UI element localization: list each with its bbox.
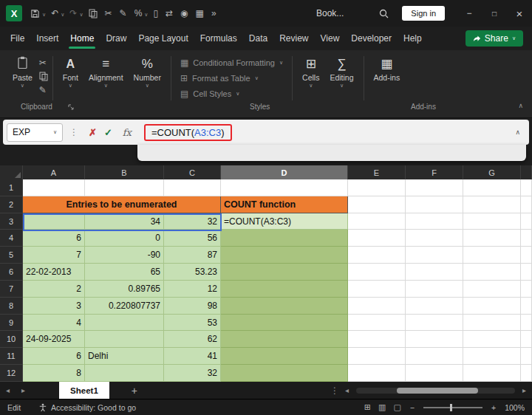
normal-view-icon[interactable]: ⊞ bbox=[364, 402, 371, 412]
cell-A4[interactable]: 6 bbox=[23, 230, 85, 247]
confirm-entry-icon[interactable]: ✓ bbox=[104, 127, 112, 138]
copy-icon[interactable] bbox=[89, 9, 98, 18]
cut-icon[interactable]: ✂ bbox=[105, 8, 112, 18]
col-header-B[interactable]: B bbox=[85, 165, 164, 179]
cell-A6[interactable]: 22-02-2013 bbox=[23, 264, 85, 281]
menu-item-file[interactable]: File bbox=[10, 33, 24, 44]
cell-D7[interactable] bbox=[221, 281, 348, 298]
alignment-group-button[interactable]: ≡ Alignment bbox=[83, 54, 129, 91]
minimize-button[interactable] bbox=[457, 0, 482, 27]
undo-dropdown-icon[interactable]: ∨ bbox=[61, 12, 64, 18]
percent-icon[interactable]: % bbox=[134, 8, 143, 18]
cell-B6[interactable]: 65 bbox=[85, 264, 164, 281]
cell-E3[interactable] bbox=[348, 213, 406, 230]
cell-C7[interactable]: 12 bbox=[164, 281, 221, 298]
collapse-ribbon-icon[interactable] bbox=[518, 102, 523, 109]
cell-A11[interactable]: 6 bbox=[23, 348, 85, 365]
cell-A5[interactable]: 7 bbox=[23, 247, 85, 264]
row-header-8[interactable]: 8 bbox=[0, 298, 23, 315]
ribbon-cell-styles[interactable]: ▤Cell Styles bbox=[180, 89, 283, 99]
cell-B1[interactable] bbox=[85, 179, 164, 196]
row-header-12[interactable]: 12 bbox=[0, 365, 23, 382]
cell-A1[interactable] bbox=[23, 179, 85, 196]
expand-formula-bar-icon[interactable] bbox=[515, 128, 520, 136]
page-layout-view-icon[interactable]: ▥ bbox=[378, 402, 386, 412]
cell-A12[interactable]: 8 bbox=[23, 365, 85, 382]
search-icon[interactable] bbox=[379, 9, 389, 18]
cell-D1[interactable] bbox=[221, 179, 348, 196]
cell-C10[interactable]: 62 bbox=[164, 331, 221, 348]
accessibility-status[interactable]: Accessibility: Good to go bbox=[38, 403, 136, 412]
cell-A7[interactable]: 2 bbox=[23, 281, 85, 298]
copy-icon[interactable] bbox=[39, 72, 48, 81]
cell-E12[interactable] bbox=[348, 365, 406, 382]
cell-F6[interactable] bbox=[406, 264, 463, 281]
cell-B3[interactable]: 34 bbox=[85, 213, 164, 230]
percent-dropdown-icon[interactable]: ∨ bbox=[144, 12, 148, 18]
col-header-G[interactable]: G bbox=[463, 165, 521, 179]
cell-B12[interactable] bbox=[85, 365, 164, 382]
cell-B10[interactable] bbox=[85, 331, 164, 348]
ribbon-conditional-formatting[interactable]: ▦Conditional Formatting bbox=[180, 58, 283, 68]
redo-dropdown-icon[interactable]: ∨ bbox=[79, 12, 83, 18]
cell-G1[interactable] bbox=[463, 179, 521, 196]
cell-B5[interactable]: -90 bbox=[85, 247, 164, 264]
cell-F7[interactable] bbox=[406, 281, 463, 298]
cell-E9[interactable] bbox=[348, 315, 406, 332]
cell-G3[interactable] bbox=[463, 213, 521, 230]
row-header-1[interactable]: 1 bbox=[0, 179, 23, 196]
addins-button[interactable]: ▦ Add-ins bbox=[369, 54, 406, 84]
insert-function-icon[interactable]: fx bbox=[123, 127, 132, 138]
name-box[interactable]: EXP bbox=[7, 123, 63, 142]
cell-G2[interactable] bbox=[463, 196, 521, 213]
undo-icon[interactable]: ↶ bbox=[51, 8, 58, 18]
menu-item-formulas[interactable]: Formulas bbox=[200, 33, 237, 44]
cell-F9[interactable] bbox=[406, 315, 463, 332]
cell-F12[interactable] bbox=[406, 365, 463, 382]
row-header-9[interactable]: 9 bbox=[0, 315, 23, 332]
cell-D12[interactable] bbox=[221, 365, 348, 382]
cell-D8[interactable] bbox=[221, 298, 348, 315]
more-icon[interactable]: » bbox=[211, 8, 216, 18]
cell-E6[interactable] bbox=[348, 264, 406, 281]
save-icon[interactable] bbox=[30, 9, 40, 18]
col-header-A[interactable]: A bbox=[23, 165, 85, 179]
cell-G5[interactable] bbox=[463, 247, 521, 264]
paste-button[interactable]: Paste bbox=[7, 54, 38, 91]
menu-item-insert[interactable]: Insert bbox=[36, 33, 58, 44]
cell-G10[interactable] bbox=[463, 331, 521, 348]
cell-E8[interactable] bbox=[348, 298, 406, 315]
camera-icon[interactable]: ◉ bbox=[180, 8, 188, 18]
cell-C1[interactable] bbox=[164, 179, 221, 196]
col-header-E[interactable]: E bbox=[348, 165, 406, 179]
sheet-options-icon[interactable] bbox=[330, 385, 339, 396]
row-header-7[interactable]: 7 bbox=[0, 281, 23, 298]
cell-B4[interactable]: 0 bbox=[85, 230, 164, 247]
number-group-button[interactable]: % Number bbox=[129, 54, 166, 91]
cell-D3[interactable]: =COUNT(A3:C3) bbox=[221, 213, 348, 230]
zoom-out-button[interactable] bbox=[410, 403, 415, 412]
cell-D5[interactable] bbox=[221, 247, 348, 264]
cell-C9[interactable]: 53 bbox=[164, 315, 221, 332]
menu-item-page-layout[interactable]: Page Layout bbox=[138, 33, 188, 44]
cell-A8[interactable]: 3 bbox=[23, 298, 85, 315]
cell-C6[interactable]: 53.23 bbox=[164, 264, 221, 281]
font-group-button[interactable]: A Font bbox=[58, 54, 83, 91]
cell-A2-merged-banner[interactable]: Entries to be enumerated bbox=[23, 196, 221, 213]
redo-icon[interactable]: ↷ bbox=[69, 8, 77, 18]
cell-F3[interactable] bbox=[406, 213, 463, 230]
zoom-level[interactable]: 100% bbox=[505, 403, 525, 412]
zoom-in-button[interactable] bbox=[491, 403, 496, 412]
cell-F2[interactable] bbox=[406, 196, 463, 213]
cells-button[interactable]: ⊞ Cells bbox=[297, 54, 324, 91]
add-sheet-button[interactable] bbox=[132, 385, 137, 397]
menu-item-review[interactable]: Review bbox=[279, 33, 308, 44]
cell-G7[interactable] bbox=[463, 281, 521, 298]
clipboard-dialog-launcher-icon[interactable] bbox=[68, 103, 74, 112]
cell-E1[interactable] bbox=[348, 179, 406, 196]
cell-C4[interactable]: 56 bbox=[164, 230, 221, 247]
cell-G8[interactable] bbox=[463, 298, 521, 315]
save-dropdown-icon[interactable]: ∨ bbox=[42, 12, 46, 18]
col-header-F[interactable]: F bbox=[406, 165, 463, 179]
cell-A10[interactable]: 24-09-2025 bbox=[23, 331, 85, 348]
